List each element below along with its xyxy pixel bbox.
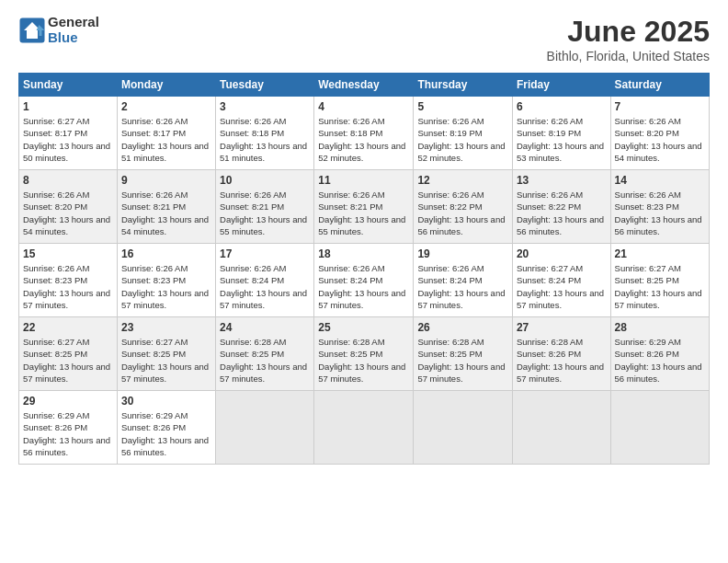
col-sunday: Sunday [19, 74, 118, 97]
day-number: 22 [23, 321, 113, 334]
day-info: Sunrise: 6:26 AMSunset: 8:22 PMDaylight:… [517, 189, 607, 237]
day-number: 6 [517, 100, 607, 113]
calendar-table: Sunday Monday Tuesday Wednesday Thursday… [18, 73, 710, 465]
logo-blue-text: Blue [48, 30, 99, 46]
list-item: 4 Sunrise: 6:26 AMSunset: 8:18 PMDayligh… [314, 97, 414, 170]
list-item: 11 Sunrise: 6:26 AMSunset: 8:21 PMDaylig… [314, 170, 414, 244]
day-info: Sunrise: 6:29 AMSunset: 8:26 PMDaylight:… [121, 409, 211, 458]
day-info: Sunrise: 6:26 AMSunset: 8:23 PMDaylight:… [23, 262, 113, 311]
table-row: 1 Sunrise: 6:27 AMSunset: 8:17 PMDayligh… [19, 97, 710, 170]
day-number: 18 [318, 247, 409, 260]
day-info: Sunrise: 6:27 AMSunset: 8:25 PMDaylight:… [121, 336, 211, 385]
list-item: 27 Sunrise: 6:28 AMSunset: 8:26 PMDaylig… [512, 317, 610, 391]
list-item: 3 Sunrise: 6:26 AMSunset: 8:18 PMDayligh… [216, 97, 314, 170]
list-item: 17 Sunrise: 6:26 AMSunset: 8:24 PMDaylig… [216, 244, 314, 317]
day-info: Sunrise: 6:26 AMSunset: 8:19 PMDaylight:… [417, 115, 508, 164]
list-item: 22 Sunrise: 6:27 AMSunset: 8:25 PMDaylig… [19, 317, 118, 391]
day-number: 12 [417, 174, 508, 187]
day-info: Sunrise: 6:26 AMSunset: 8:24 PMDaylight:… [417, 262, 508, 311]
day-number: 3 [220, 100, 310, 113]
col-monday: Monday [117, 74, 215, 97]
table-row: 29 Sunrise: 6:29 AMSunset: 8:26 PMDaylig… [19, 391, 710, 465]
day-number: 9 [121, 174, 211, 187]
list-item: 19 Sunrise: 6:26 AMSunset: 8:24 PMDaylig… [414, 244, 513, 317]
day-number: 26 [417, 321, 508, 334]
list-item: 20 Sunrise: 6:27 AMSunset: 8:24 PMDaylig… [512, 244, 610, 317]
day-info: Sunrise: 6:26 AMSunset: 8:23 PMDaylight:… [121, 262, 211, 311]
day-number: 13 [517, 174, 607, 187]
empty-cell [610, 391, 709, 465]
list-item: 26 Sunrise: 6:28 AMSunset: 8:25 PMDaylig… [414, 317, 513, 391]
day-number: 23 [121, 321, 211, 334]
day-number: 4 [318, 100, 409, 113]
day-info: Sunrise: 6:26 AMSunset: 8:23 PMDaylight:… [615, 189, 705, 237]
day-info: Sunrise: 6:26 AMSunset: 8:18 PMDaylight:… [318, 115, 409, 164]
list-item: 25 Sunrise: 6:28 AMSunset: 8:25 PMDaylig… [314, 317, 414, 391]
list-item: 12 Sunrise: 6:26 AMSunset: 8:22 PMDaylig… [414, 170, 513, 244]
list-item: 24 Sunrise: 6:28 AMSunset: 8:25 PMDaylig… [216, 317, 314, 391]
day-number: 25 [318, 321, 409, 334]
day-number: 11 [318, 174, 409, 187]
list-item: 10 Sunrise: 6:26 AMSunset: 8:21 PMDaylig… [216, 170, 314, 244]
list-item: 9 Sunrise: 6:26 AMSunset: 8:21 PMDayligh… [117, 170, 215, 244]
day-number: 10 [220, 174, 310, 187]
day-number: 19 [417, 247, 508, 260]
day-info: Sunrise: 6:26 AMSunset: 8:20 PMDaylight:… [23, 189, 113, 237]
day-info: Sunrise: 6:27 AMSunset: 8:25 PMDaylight:… [23, 336, 113, 385]
logo-general-text: General [48, 15, 99, 30]
day-info: Sunrise: 6:27 AMSunset: 8:17 PMDaylight:… [23, 115, 113, 164]
day-info: Sunrise: 6:26 AMSunset: 8:19 PMDaylight:… [517, 115, 607, 164]
list-item: 30 Sunrise: 6:29 AMSunset: 8:26 PMDaylig… [117, 391, 215, 465]
day-info: Sunrise: 6:26 AMSunset: 8:21 PMDaylight:… [318, 189, 409, 237]
day-info: Sunrise: 6:26 AMSunset: 8:17 PMDaylight:… [121, 115, 211, 164]
table-row: 15 Sunrise: 6:26 AMSunset: 8:23 PMDaylig… [19, 244, 710, 317]
day-number: 24 [220, 321, 310, 334]
day-info: Sunrise: 6:29 AMSunset: 8:26 PMDaylight:… [23, 409, 113, 458]
day-info: Sunrise: 6:26 AMSunset: 8:22 PMDaylight:… [417, 189, 508, 237]
day-info: Sunrise: 6:26 AMSunset: 8:24 PMDaylight:… [318, 262, 409, 311]
day-info: Sunrise: 6:28 AMSunset: 8:25 PMDaylight:… [417, 336, 508, 385]
empty-cell [512, 391, 610, 465]
list-item: 14 Sunrise: 6:26 AMSunset: 8:23 PMDaylig… [610, 170, 709, 244]
header: General Blue June 2025 Bithlo, Florida, … [18, 15, 710, 63]
title-block: June 2025 Bithlo, Florida, United States [547, 15, 710, 63]
col-saturday: Saturday [610, 74, 709, 97]
list-item: 6 Sunrise: 6:26 AMSunset: 8:19 PMDayligh… [512, 97, 610, 170]
logo: General Blue [18, 15, 99, 45]
day-info: Sunrise: 6:28 AMSunset: 8:26 PMDaylight:… [517, 336, 607, 385]
day-number: 29 [23, 395, 113, 408]
col-thursday: Thursday [414, 74, 513, 97]
day-number: 28 [615, 321, 705, 334]
list-item: 18 Sunrise: 6:26 AMSunset: 8:24 PMDaylig… [314, 244, 414, 317]
col-wednesday: Wednesday [314, 74, 414, 97]
day-info: Sunrise: 6:26 AMSunset: 8:18 PMDaylight:… [220, 115, 310, 164]
day-number: 17 [220, 247, 310, 260]
logo-text: General Blue [48, 15, 99, 45]
day-number: 27 [517, 321, 607, 334]
day-number: 20 [517, 247, 607, 260]
day-info: Sunrise: 6:27 AMSunset: 8:25 PMDaylight:… [615, 262, 705, 311]
col-friday: Friday [512, 74, 610, 97]
list-item: 28 Sunrise: 6:29 AMSunset: 8:26 PMDaylig… [610, 317, 709, 391]
day-number: 2 [121, 100, 211, 113]
page: General Blue June 2025 Bithlo, Florida, … [0, 0, 728, 563]
day-info: Sunrise: 6:29 AMSunset: 8:26 PMDaylight:… [615, 336, 705, 385]
list-item: 5 Sunrise: 6:26 AMSunset: 8:19 PMDayligh… [414, 97, 513, 170]
day-info: Sunrise: 6:28 AMSunset: 8:25 PMDaylight:… [318, 336, 409, 385]
day-info: Sunrise: 6:26 AMSunset: 8:24 PMDaylight:… [220, 262, 310, 311]
day-number: 5 [417, 100, 508, 113]
list-item: 29 Sunrise: 6:29 AMSunset: 8:26 PMDaylig… [19, 391, 118, 465]
day-info: Sunrise: 6:28 AMSunset: 8:25 PMDaylight:… [220, 336, 310, 385]
empty-cell [314, 391, 414, 465]
calendar-header-row: Sunday Monday Tuesday Wednesday Thursday… [19, 74, 710, 97]
day-number: 7 [615, 100, 705, 113]
list-item: 21 Sunrise: 6:27 AMSunset: 8:25 PMDaylig… [610, 244, 709, 317]
day-number: 15 [23, 247, 113, 260]
day-info: Sunrise: 6:26 AMSunset: 8:21 PMDaylight:… [220, 189, 310, 237]
list-item: 23 Sunrise: 6:27 AMSunset: 8:25 PMDaylig… [117, 317, 215, 391]
location-title: Bithlo, Florida, United States [547, 49, 710, 63]
day-number: 1 [23, 100, 113, 113]
table-row: 8 Sunrise: 6:26 AMSunset: 8:20 PMDayligh… [19, 170, 710, 244]
month-title: June 2025 [547, 15, 710, 49]
day-number: 8 [23, 174, 113, 187]
